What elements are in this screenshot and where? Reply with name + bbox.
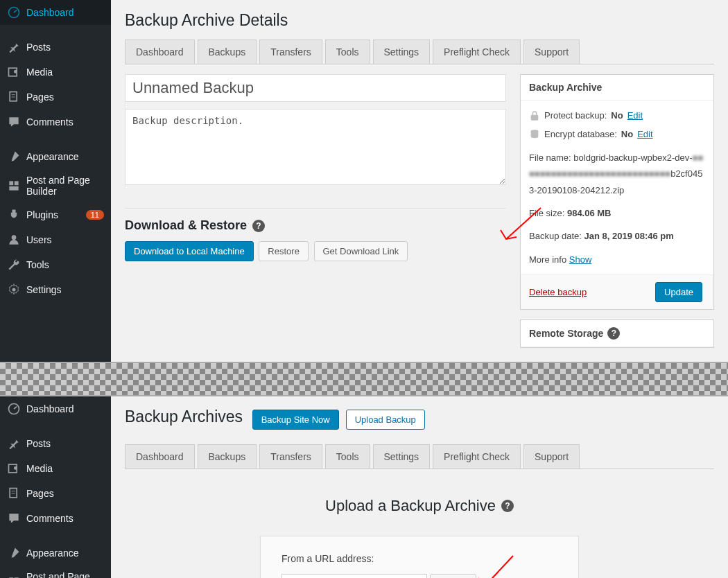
svg-point-3 (14, 70, 17, 73)
sidebar-item-label: Plugins (26, 209, 83, 220)
tab-backups[interactable]: Backups (198, 40, 257, 64)
builder-icon (7, 575, 21, 578)
sidebar-item-posts[interactable]: Posts (0, 431, 111, 456)
tab-support[interactable]: Support (523, 444, 580, 468)
sidebar-item-label: Post and Page Builder (26, 175, 104, 197)
help-icon[interactable]: ? (501, 500, 514, 512)
sidebar-item-pages[interactable]: Pages (0, 85, 111, 110)
sidebar-item-plugins[interactable]: Plugins11 (0, 202, 111, 227)
sidebar-item-settings[interactable]: Settings (0, 277, 111, 302)
svg-point-10 (12, 235, 17, 240)
dashboard-icon (7, 402, 21, 416)
pin-icon (7, 437, 21, 450)
comment-icon (7, 511, 21, 525)
sidebar-item-label: Pages (26, 488, 104, 499)
get-download-link-button[interactable]: Get Download Link (314, 241, 408, 261)
backup-title-input[interactable] (125, 74, 506, 102)
sidebar-item-label: Comments (26, 513, 104, 524)
download-url-input[interactable] (281, 574, 427, 578)
tab-backups[interactable]: Backups (198, 444, 257, 468)
backup-desc-input[interactable]: Backup description. (125, 109, 506, 185)
svg-rect-9 (9, 186, 18, 191)
sidebar-item-post-and-page-builder[interactable]: Post and Page Builder (0, 169, 111, 202)
download-local-button[interactable]: Download to Local Machine (125, 241, 254, 261)
plug-icon (7, 208, 21, 222)
remote-storage-box: Remote Storage ? (520, 319, 714, 348)
sidebar-item-label: Users (26, 234, 104, 245)
sidebar-item-dashboard[interactable]: Dashboard (0, 396, 111, 421)
sidebar-item-comments[interactable]: Comments (0, 506, 111, 531)
upload-box: From a URL address: Upload (260, 536, 579, 578)
sidebar-item-posts[interactable]: Posts (0, 35, 111, 60)
edit-encrypt-link[interactable]: Edit (637, 126, 652, 142)
wp-sidebar: DashboardPostsMediaPagesCommentsAppearan… (0, 396, 111, 578)
sidebar-item-label: Appearance (26, 548, 104, 559)
tab-support[interactable]: Support (523, 40, 580, 64)
user-icon (7, 233, 21, 247)
upload-button[interactable]: Upload (430, 574, 476, 578)
restore-button[interactable]: Restore (259, 241, 309, 261)
dashboard-icon (7, 6, 21, 19)
sidebar-item-users[interactable]: Users (0, 227, 111, 252)
svg-point-11 (12, 288, 16, 292)
tab-settings[interactable]: Settings (373, 444, 431, 468)
tabs: DashboardBackupsTransfersToolsSettingsPr… (125, 444, 714, 469)
sidebar-item-appearance[interactable]: Appearance (0, 144, 111, 169)
show-link[interactable]: Show (569, 254, 592, 265)
backup-site-now-button[interactable]: Backup Site Now (252, 410, 339, 430)
brush-icon (7, 150, 21, 164)
svg-rect-18 (10, 489, 17, 498)
brush-icon (7, 546, 21, 560)
upload-archive-heading: Upload a Backup Archive ? (125, 497, 714, 515)
sidebar-item-tools[interactable]: Tools (0, 252, 111, 277)
sidebar-item-label: Media (26, 67, 104, 78)
sidebar-item-label: Dashboard (26, 7, 104, 18)
upload-backup-button[interactable]: Upload Backup (346, 410, 425, 430)
gear-icon (7, 283, 21, 297)
sidebar-item-label: Pages (26, 91, 104, 103)
lock-icon (529, 110, 540, 121)
sidebar-item-label: Media (26, 463, 104, 474)
builder-icon (7, 179, 21, 193)
wp-sidebar: DashboardPostsMediaPagesCommentsAppearan… (0, 0, 111, 362)
sidebar-item-dashboard[interactable]: Dashboard (0, 0, 111, 25)
tab-transfers[interactable]: Transfers (259, 40, 322, 64)
tab-dashboard[interactable]: Dashboard (125, 40, 195, 64)
tab-tools[interactable]: Tools (325, 444, 370, 468)
update-badge: 11 (86, 210, 104, 220)
tab-preflight-check[interactable]: Preflight Check (433, 444, 521, 468)
wrench-icon (7, 258, 21, 272)
page-icon (7, 487, 21, 500)
panel-backup-archives: DashboardPostsMediaPagesCommentsAppearan… (0, 396, 728, 578)
tab-tools[interactable]: Tools (325, 40, 370, 64)
help-icon[interactable]: ? (252, 220, 265, 232)
sidebar-item-label: Posts (26, 438, 104, 449)
page-title: Backup Archive Details (125, 11, 714, 30)
page-title: Backup Archives (125, 408, 243, 426)
sidebar-item-label: Appearance (26, 151, 104, 162)
help-icon[interactable]: ? (607, 327, 620, 340)
tab-dashboard[interactable]: Dashboard (125, 444, 195, 468)
backup-archive-box: Backup Archive Protect backup: No Edit E… (520, 74, 714, 310)
tab-settings[interactable]: Settings (373, 40, 431, 64)
update-button[interactable]: Update (655, 282, 702, 302)
comment-icon (7, 115, 21, 129)
sidebar-item-label: Settings (26, 284, 104, 295)
sidebar-item-label: Comments (26, 116, 104, 128)
sidebar-item-post-and-page-builder[interactable]: Post and Page Builder (0, 566, 111, 578)
sidebar-item-media[interactable]: Media (0, 60, 111, 85)
edit-protect-link[interactable]: Edit (627, 107, 643, 123)
sidebar-item-comments[interactable]: Comments (0, 110, 111, 134)
tab-preflight-check[interactable]: Preflight Check (433, 40, 521, 64)
tab-transfers[interactable]: Transfers (259, 444, 322, 468)
sidebar-item-appearance[interactable]: Appearance (0, 541, 111, 566)
svg-line-1 (14, 10, 17, 12)
svg-point-17 (14, 466, 17, 470)
sidebar-item-label: Dashboard (26, 403, 104, 414)
remote-storage-header: Remote Storage ? (521, 320, 713, 347)
page-icon (7, 90, 21, 104)
sidebar-item-pages[interactable]: Pages (0, 481, 111, 506)
delete-backup-link[interactable]: Delete backup (529, 287, 587, 297)
sidebar-item-media[interactable]: Media (0, 456, 111, 481)
database-icon (529, 129, 540, 140)
